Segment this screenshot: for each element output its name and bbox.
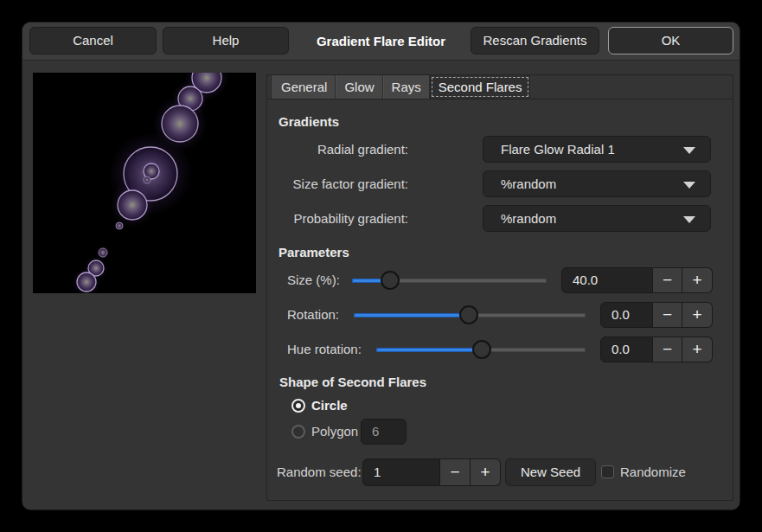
probability-gradient-value: %random [501,211,556,226]
rotation-increase-button[interactable]: + [682,302,713,328]
chevron-down-icon [683,147,695,154]
circle-radio-label[interactable]: Circle [311,399,348,413]
seed-increase-button[interactable]: + [471,458,501,486]
tab-second-flares[interactable]: Second Flares [430,75,531,99]
slider-handle[interactable] [381,271,400,290]
gradient-flare-editor-dialog: Cancel Help Gradient Flare Editor Rescan… [22,22,740,510]
size-factor-gradient-label: Size factor gradient: [267,170,408,197]
slider-handle[interactable] [472,340,491,359]
chevron-down-icon [683,216,695,223]
hue-rotation-value-field[interactable]: 0.0 [600,337,653,362]
size-slider[interactable] [352,271,547,290]
radial-gradient-label: Radial gradient: [267,136,408,163]
randomize-checkbox[interactable] [601,465,614,478]
ok-button[interactable]: OK [608,27,733,54]
slider-handle[interactable] [459,305,478,324]
random-seed-field[interactable]: 1 [362,458,440,486]
shape-heading: Shape of Second Flares [279,375,426,390]
size-decrease-button[interactable]: − [653,267,682,293]
seed-decrease-button[interactable]: − [440,458,471,486]
cancel-button[interactable]: Cancel [29,27,157,54]
radial-gradient-value: Flare Glow Radial 1 [501,142,615,157]
size-label: Size (%): [287,267,340,293]
hue-rotation-label: Hue rotation: [287,337,362,362]
random-seed-label: Random seed: [277,458,362,486]
radial-gradient-dropdown[interactable]: Flare Glow Radial 1 [483,136,711,163]
rotation-decrease-button[interactable]: − [653,302,682,328]
help-button[interactable]: Help [163,27,289,54]
size-factor-gradient-dropdown[interactable]: %random [483,170,711,197]
polygon-radio[interactable] [291,425,305,439]
probability-gradient-dropdown[interactable]: %random [483,205,711,232]
size-value-field[interactable]: 40.0 [561,267,653,293]
hue-rotation-decrease-button[interactable]: − [653,337,682,362]
polygon-radio-label[interactable]: Polygon [311,425,358,439]
tab-general[interactable]: General [272,75,336,99]
header-bar: Cancel Help Gradient Flare Editor Rescan… [22,22,740,61]
size-factor-gradient-value: %random [501,176,556,191]
flare-preview-image [33,73,256,293]
rotation-value-field[interactable]: 0.0 [600,302,653,328]
tab-glow[interactable]: Glow [336,75,382,99]
flare-preview [33,73,256,293]
rotation-slider[interactable] [354,305,586,324]
slider-fill [376,348,482,352]
polygon-sides-field[interactable]: 6 [361,419,407,445]
tab-rays[interactable]: Rays [383,75,430,99]
chevron-down-icon [683,182,695,189]
size-increase-button[interactable]: + [682,267,713,293]
gradients-heading: Gradients [279,114,339,130]
probability-gradient-label: Probability gradient: [267,205,408,232]
settings-notebook: General Glow Rays Second Flares Gradient… [266,74,733,501]
hue-rotation-increase-button[interactable]: + [682,337,713,362]
randomize-label[interactable]: Randomize [620,458,686,486]
rescan-gradients-button[interactable]: Rescan Gradients [471,27,599,54]
tab-strip: General Glow Rays Second Flares [267,75,733,99]
parameters-heading: Parameters [279,245,349,260]
new-seed-button[interactable]: New Seed [505,458,596,486]
circle-radio[interactable] [291,399,305,413]
slider-fill [354,313,469,317]
hue-rotation-slider[interactable] [376,340,586,359]
rotation-label: Rotation: [287,302,339,328]
